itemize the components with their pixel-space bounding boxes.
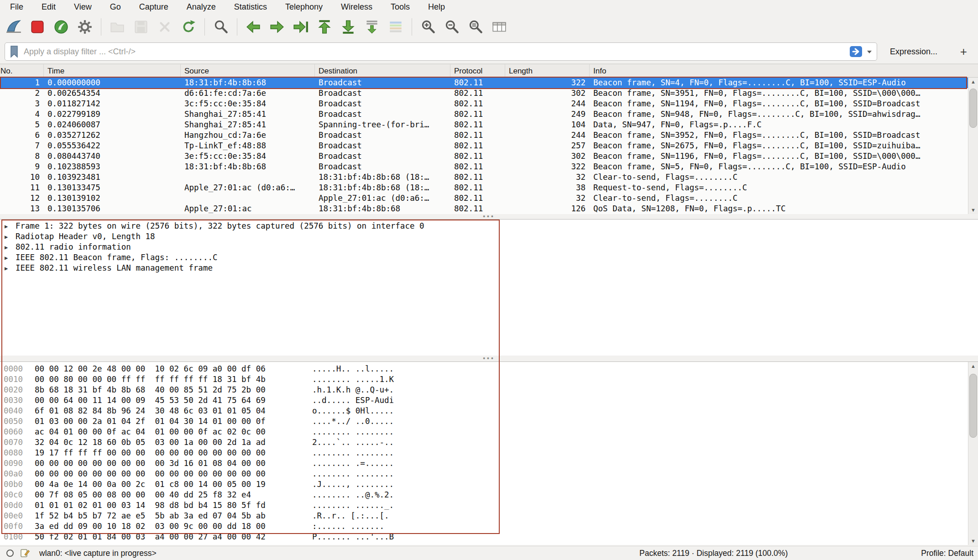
detail-line[interactable]: ▶Frame 1: 322 bytes on wire (2576 bits),… <box>0 221 978 231</box>
hex-row-00f0[interactable]: 00f03a ed dd 09 00 10 18 02 03 00 9c 00 … <box>0 521 978 532</box>
hex-row-00a0[interactable]: 00a000 00 00 00 00 00 00 00 00 00 00 00 … <box>0 469 978 479</box>
column-header-protocol[interactable]: Protocol <box>450 64 505 77</box>
packet-row-8[interactable]: 80.0804437403e:f5:cc:0e:35:84Broadcast80… <box>0 151 968 162</box>
scroll-up-arrow[interactable]: ▲ <box>968 78 978 86</box>
expander-arrow-icon[interactable]: ▶ <box>5 232 8 242</box>
packet-row-6[interactable]: 60.035271262Hangzhou_cd:7a:6eBroadcast80… <box>0 130 968 141</box>
stop-capture-button[interactable] <box>26 16 49 38</box>
add-filter-button[interactable]: + <box>960 45 967 59</box>
zoom-reset-button[interactable] <box>464 16 487 38</box>
hex-scrollbar[interactable]: ▲ ▼ <box>968 362 978 545</box>
packet-list-scrollbar[interactable]: ▲ ▼ <box>968 78 978 214</box>
go-to-packet-button[interactable] <box>289 16 313 38</box>
menu-help[interactable]: Help <box>419 0 454 14</box>
menu-view[interactable]: View <box>65 0 101 14</box>
restart-capture-button[interactable] <box>49 16 73 38</box>
column-header-source[interactable]: Source <box>181 64 315 77</box>
hex-row-0060[interactable]: 0060ac 04 01 00 00 0f ac 04 01 00 00 0f … <box>0 427 978 437</box>
detail-line[interactable]: ▶Radiotap Header v0, Length 18 <box>0 231 978 242</box>
hex-row-0080[interactable]: 008019 17 ff ff ff 00 00 00 00 00 00 00 … <box>0 448 978 458</box>
packet-row-10[interactable]: 100.10392348118:31:bf:4b:8b:68 (18:…802.… <box>0 172 968 183</box>
menu-telephony[interactable]: Telephony <box>276 0 332 14</box>
go-back-button[interactable] <box>241 16 265 38</box>
scroll-up-arrow[interactable]: ▲ <box>968 362 978 370</box>
hex-row-0100[interactable]: 010050 f2 02 01 01 84 00 03 a4 00 00 27 … <box>0 532 978 542</box>
scroll-down-arrow[interactable]: ▼ <box>968 206 978 214</box>
toolbar-separator <box>101 18 101 36</box>
hex-row-0010[interactable]: 001000 00 80 00 00 00 ff ff ff ff ff ff … <box>0 374 978 385</box>
scrollbar-thumb[interactable] <box>969 89 977 128</box>
cell-time: 0.002654354 <box>44 88 181 99</box>
hex-row-00d0[interactable]: 00d001 01 01 02 01 00 03 14 98 d8 bd b4 … <box>0 500 978 511</box>
details-hex-splitter[interactable]: ••• <box>0 356 978 361</box>
hex-row-0020[interactable]: 00208b 68 18 31 bf 4b 8b 68 40 00 85 51 … <box>0 385 978 395</box>
hex-row-0030[interactable]: 003000 00 64 00 11 14 00 09 45 53 50 2d … <box>0 395 978 406</box>
hex-row-0050[interactable]: 005001 03 00 00 2a 01 04 2f 01 04 30 14 … <box>0 416 978 427</box>
packet-row-3[interactable]: 30.0118271423c:f5:cc:0e:35:84Broadcast80… <box>0 99 968 109</box>
filter-dropdown-chevron-icon[interactable] <box>866 48 873 55</box>
close-file-button[interactable] <box>153 16 177 38</box>
cell-protocol: 802.11 <box>450 183 505 193</box>
colorize-packets-button[interactable] <box>384 16 408 38</box>
go-first-button[interactable] <box>313 16 336 38</box>
capture-comment-icon[interactable] <box>20 548 30 558</box>
column-header-destination[interactable]: Destination <box>315 64 450 77</box>
expander-arrow-icon[interactable]: ▶ <box>5 253 8 263</box>
packet-row-7[interactable]: 70.055536422Tp-LinkT_ef:48:88Broadcast80… <box>0 141 968 151</box>
packet-row-4[interactable]: 40.022799189Shanghai_27:85:41Broadcast80… <box>0 109 968 120</box>
packet-row-11[interactable]: 110.130133475Apple_27:01:ac (d0:a6:…18:3… <box>0 183 968 193</box>
packet-row-5[interactable]: 50.024060087Shanghai_27:85:41Spanning-tr… <box>0 120 968 130</box>
menu-capture[interactable]: Capture <box>130 0 178 14</box>
hex-row-00b0[interactable]: 00b000 4a 0e 14 00 0a 00 2c 01 c8 00 14 … <box>0 479 978 490</box>
menu-go[interactable]: Go <box>101 0 130 14</box>
hex-row-00c0[interactable]: 00c000 7f 08 05 00 08 00 00 00 40 dd 25 … <box>0 490 978 500</box>
go-last-button[interactable] <box>336 16 360 38</box>
menu-edit[interactable]: Edit <box>32 0 65 14</box>
menu-file[interactable]: File <box>1 0 32 14</box>
zoom-in-button[interactable] <box>416 16 440 38</box>
menu-wireless[interactable]: Wireless <box>332 0 382 14</box>
menu-statistics[interactable]: Statistics <box>225 0 276 14</box>
expression-button[interactable]: Expression... <box>890 47 937 57</box>
column-header-info[interactable]: Info <box>590 64 978 77</box>
expander-arrow-icon[interactable]: ▶ <box>5 221 8 232</box>
scrollbar-thumb[interactable] <box>969 374 977 438</box>
zoom-out-button[interactable] <box>440 16 464 38</box>
capture-options-button[interactable] <box>73 16 97 38</box>
capture-status-icon[interactable] <box>5 549 15 558</box>
hex-row-0090[interactable]: 009000 00 00 00 00 00 00 00 00 3d 16 01 … <box>0 458 978 469</box>
filter-apply-icon[interactable] <box>849 45 863 58</box>
auto-scroll-button[interactable] <box>360 16 384 38</box>
profile-selector[interactable]: Profile: Default <box>921 549 973 558</box>
start-capture-button[interactable] <box>2 16 26 38</box>
filter-bookmark-icon[interactable] <box>9 45 20 58</box>
column-header-time[interactable]: Time <box>44 64 181 77</box>
packet-row-2[interactable]: 20.002654354d6:61:fe:cd:7a:6eBroadcast80… <box>0 88 968 99</box>
column-header-no[interactable]: No. <box>0 64 44 77</box>
open-file-button[interactable] <box>105 16 129 38</box>
column-header-length[interactable]: Length <box>505 64 590 77</box>
cell-destination: 18:31:bf:4b:8b:68 (18:… <box>315 172 450 183</box>
hex-row-0000[interactable]: 000000 00 12 00 2e 48 00 00 10 02 6c 09 … <box>0 364 978 374</box>
scroll-down-arrow[interactable]: ▼ <box>968 537 978 545</box>
packet-row-12[interactable]: 120.130139102Apple_27:01:ac (d0:a6:…802.… <box>0 193 968 204</box>
hex-row-0070[interactable]: 007032 04 0c 12 18 60 0b 05 03 00 1a 00 … <box>0 437 978 448</box>
reload-file-button[interactable] <box>177 16 200 38</box>
hex-row-00e0[interactable]: 00e01f 52 b4 b5 b7 72 ae e5 5b ab 3a ed … <box>0 511 978 521</box>
detail-line[interactable]: ▶802.11 radio information <box>0 242 978 252</box>
list-details-splitter[interactable]: ••• <box>0 214 978 219</box>
hex-row-0040[interactable]: 00406f 01 08 82 84 8b 96 24 30 48 6c 03 … <box>0 406 978 416</box>
find-packet-button[interactable] <box>209 16 233 38</box>
save-file-button[interactable] <box>129 16 153 38</box>
packet-row-1[interactable]: 10.00000000018:31:bf:4b:8b:68Broadcast80… <box>0 78 968 88</box>
detail-line[interactable]: ▶IEEE 802.11 Beacon frame, Flags: ......… <box>0 252 978 263</box>
expander-arrow-icon[interactable]: ▶ <box>5 242 8 253</box>
display-filter-input[interactable]: Apply a display filter ... <Ctrl-/> <box>5 42 877 61</box>
packet-row-9[interactable]: 90.10238859318:31:bf:4b:8b:68Broadcast80… <box>0 162 968 172</box>
detail-line[interactable]: ▶IEEE 802.11 wireless LAN management fra… <box>0 263 978 273</box>
expander-arrow-icon[interactable]: ▶ <box>5 263 8 274</box>
menu-analyze[interactable]: Analyze <box>178 0 225 14</box>
resize-columns-button[interactable] <box>487 16 511 38</box>
menu-tools[interactable]: Tools <box>382 0 419 14</box>
go-forward-button[interactable] <box>265 16 289 38</box>
